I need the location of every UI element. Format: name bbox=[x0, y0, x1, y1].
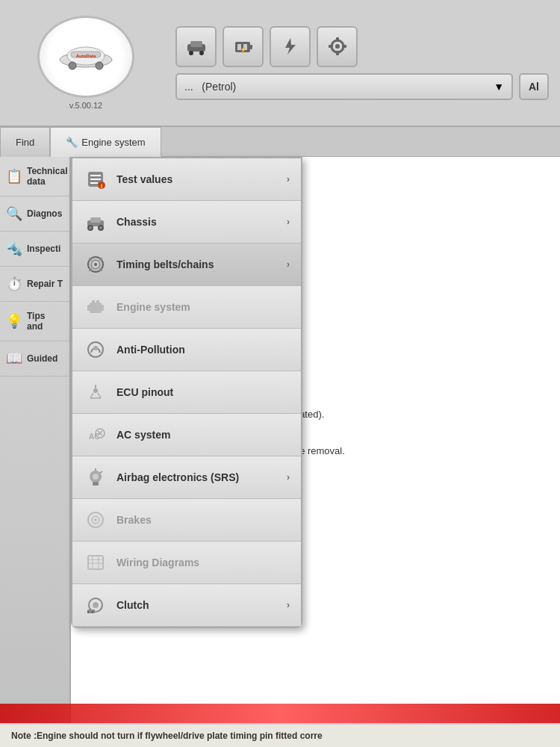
svg-rect-20 bbox=[329, 45, 333, 48]
red-bar bbox=[0, 704, 560, 725]
svg-point-68 bbox=[93, 602, 99, 608]
sidebar-label-diagnos: Diagnos bbox=[27, 208, 62, 219]
menu-item-wiring: Wiring Diagrams bbox=[72, 542, 301, 584]
clutch-icon bbox=[84, 593, 108, 617]
svg-rect-42 bbox=[87, 305, 91, 311]
menu-item-chassis[interactable]: Chassis › bbox=[72, 201, 301, 244]
sidebar-item-tips[interactable]: 💡 Tips and bbox=[0, 302, 69, 341]
svg-line-58 bbox=[100, 471, 102, 473]
ac-icon: AC bbox=[84, 423, 108, 447]
svg-point-36 bbox=[94, 263, 97, 266]
toolbar-icons: ⚡ bbox=[175, 26, 549, 67]
header: AutoData v.5.00.12 bbox=[0, 0, 560, 127]
sidebar-item-technical[interactable]: 📋 Technical data › bbox=[0, 157, 69, 196]
svg-text:AutoData: AutoData bbox=[76, 54, 96, 58]
svg-rect-45 bbox=[96, 300, 99, 304]
timing-icon bbox=[84, 252, 108, 276]
dropdown-arrow-icon: ▼ bbox=[494, 81, 504, 93]
sidebar-item-guided[interactable]: 📖 Guided bbox=[0, 341, 69, 376]
svg-rect-43 bbox=[100, 305, 104, 311]
ac-label: AC system bbox=[116, 429, 290, 441]
header-right: ⚡ ... bbox=[175, 26, 549, 100]
airbag-label: Airbag electronics (SRS) bbox=[116, 471, 278, 483]
menu-item-ecu[interactable]: ECU pinout bbox=[72, 371, 301, 414]
version-text: v.5.00.12 bbox=[69, 101, 102, 110]
chassis-arrow: › bbox=[287, 217, 290, 227]
toolbar-btn-car[interactable] bbox=[175, 26, 217, 67]
vehicle-select-row: ... (Petrol) ▼ Al bbox=[175, 73, 549, 100]
ecu-label: ECU pinout bbox=[116, 386, 290, 398]
tab-find[interactable]: Find bbox=[0, 127, 50, 157]
test-values-label: Test values bbox=[116, 173, 278, 185]
svg-rect-7 bbox=[190, 41, 202, 47]
menu-item-anti-pollution[interactable]: Anti-Pollution bbox=[72, 329, 301, 371]
main-area: 📋 Technical data › 🔍 Diagnos 🔩 Inspecti … bbox=[0, 157, 560, 747]
sidebar-item-repair[interactable]: ⏱️ Repair T bbox=[0, 267, 69, 302]
svg-point-55 bbox=[93, 474, 99, 480]
menu-item-engine-system: Engine system bbox=[72, 286, 301, 329]
technical-icon: 📋 bbox=[6, 168, 22, 185]
logo-circle: AutoData bbox=[37, 16, 134, 98]
svg-rect-23 bbox=[90, 175, 101, 176]
sidebar-item-diagnos[interactable]: 🔍 Diagnos bbox=[0, 196, 69, 232]
chassis-label: Chassis bbox=[116, 216, 278, 228]
svg-rect-18 bbox=[336, 37, 339, 42]
svg-rect-38 bbox=[99, 258, 102, 261]
sidebar: 📋 Technical data › 🔍 Diagnos 🔩 Inspecti … bbox=[0, 157, 71, 747]
timing-arrow: › bbox=[287, 259, 290, 270]
svg-point-4 bbox=[96, 62, 103, 69]
svg-rect-19 bbox=[336, 51, 339, 55]
note-text: Note :Engine should not turn if flywheel… bbox=[11, 731, 323, 741]
svg-rect-11 bbox=[250, 45, 252, 49]
vehicle-text: ... (Petrol) bbox=[184, 81, 236, 93]
svg-rect-70 bbox=[87, 611, 89, 613]
svg-rect-56 bbox=[93, 482, 99, 486]
toolbar-btn-gear[interactable] bbox=[317, 26, 358, 67]
svg-point-32 bbox=[89, 226, 92, 229]
toolbar-btn-battery[interactable]: ⚡ bbox=[223, 26, 264, 67]
vehicle-select[interactable]: ... (Petrol) ▼ bbox=[175, 73, 513, 100]
svg-text:!: ! bbox=[101, 183, 103, 190]
inspect-icon: 🔩 bbox=[6, 241, 22, 257]
clutch-label: Clutch bbox=[116, 599, 278, 611]
svg-point-3 bbox=[69, 62, 76, 69]
menu-item-timing[interactable]: Timing belts/chains › bbox=[72, 244, 301, 286]
sidebar-label-technical: Technical data bbox=[27, 166, 67, 187]
sidebar-label-guided: Guided bbox=[27, 353, 57, 364]
brakes-icon bbox=[84, 508, 108, 532]
svg-point-17 bbox=[335, 44, 340, 49]
ecu-icon bbox=[84, 380, 108, 404]
dropdown-menu: ! Test values › Chassis › bbox=[71, 157, 302, 628]
menu-item-ac[interactable]: AC AC system bbox=[72, 414, 301, 456]
tips-icon: 💡 bbox=[6, 313, 22, 329]
test-values-arrow: › bbox=[287, 174, 290, 185]
wiring-label: Wiring Diagrams bbox=[116, 557, 290, 568]
menu-item-clutch[interactable]: Clutch › bbox=[72, 584, 301, 627]
engine-icon: 🔧 bbox=[66, 137, 78, 148]
wiring-icon bbox=[84, 551, 108, 574]
test-values-icon: ! bbox=[84, 167, 108, 191]
svg-rect-29 bbox=[90, 217, 101, 223]
toolbar-btn-electric[interactable] bbox=[270, 26, 311, 67]
menu-item-airbag[interactable]: Airbag electronics (SRS) › bbox=[72, 456, 301, 499]
svg-rect-24 bbox=[90, 179, 101, 180]
svg-point-49 bbox=[93, 388, 98, 393]
sidebar-label-inspect: Inspecti bbox=[27, 244, 60, 254]
al-button[interactable]: Al bbox=[519, 73, 549, 100]
anti-pollution-icon bbox=[84, 338, 108, 362]
sidebar-label-tips: Tips and bbox=[27, 311, 63, 332]
chassis-icon bbox=[84, 210, 108, 234]
brakes-label: Brakes bbox=[116, 514, 290, 526]
clutch-arrow: › bbox=[287, 600, 290, 610]
svg-point-9 bbox=[199, 51, 204, 55]
guided-icon: 📖 bbox=[6, 350, 22, 367]
tab-engine-system[interactable]: 🔧 Engine system bbox=[50, 127, 161, 157]
menu-item-test-values[interactable]: ! Test values › bbox=[72, 158, 301, 201]
svg-rect-37 bbox=[89, 258, 92, 261]
sidebar-item-inspect[interactable]: 🔩 Inspecti bbox=[0, 232, 69, 267]
svg-rect-21 bbox=[342, 45, 346, 48]
svg-rect-62 bbox=[88, 556, 103, 569]
note-bar: Note :Engine should not turn if flywheel… bbox=[0, 723, 560, 747]
airbag-icon bbox=[84, 465, 108, 489]
svg-point-33 bbox=[99, 226, 102, 229]
